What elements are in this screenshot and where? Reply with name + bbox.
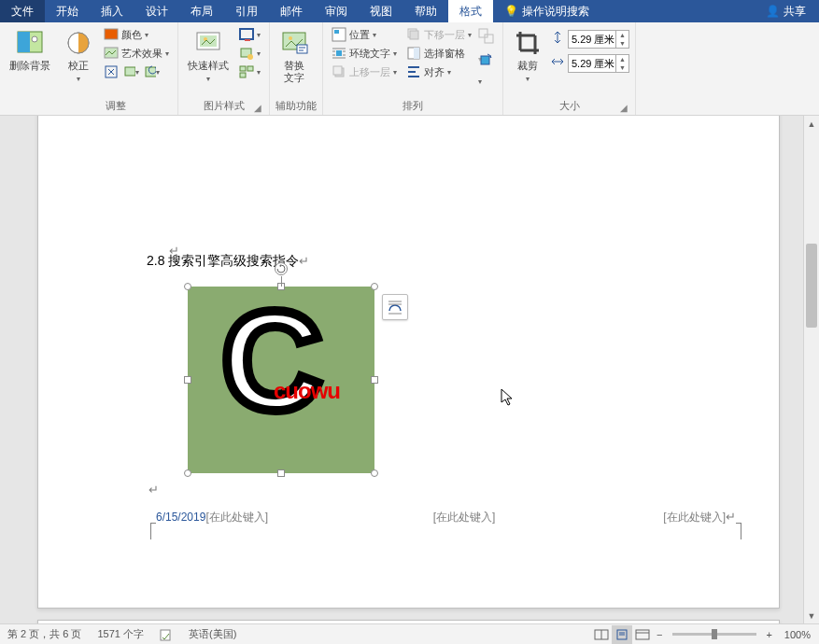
document-area[interactable]: ↵ 2.8 搜索引擎高级搜索指令↵ ↵ C cuowu	[0, 116, 803, 623]
width-spin-up[interactable]: ▲	[616, 55, 628, 63]
picture-layout-button[interactable]: ▾	[236, 63, 263, 80]
tab-file[interactable]: 文件	[0, 0, 45, 22]
footer-placeholder-right[interactable]: [在此处键入]	[663, 511, 726, 524]
width-input[interactable]: 5.29 厘米▲▼	[568, 54, 629, 73]
svg-rect-13	[240, 29, 253, 39]
bring-forward-button[interactable]: 上移一层 ▾	[329, 63, 400, 80]
accessibility-group-label: 辅助功能	[275, 99, 317, 115]
selection-pane-icon	[406, 46, 421, 61]
status-page[interactable]: 第 2 页，共 6 页	[0, 627, 90, 641]
view-print-layout[interactable]	[612, 625, 632, 644]
color-button[interactable]: 颜色 ▾	[101, 26, 172, 43]
selection-pane-button[interactable]: 选择窗格	[403, 45, 474, 62]
svg-rect-11	[200, 35, 217, 47]
group-button[interactable]: ▾	[478, 28, 497, 47]
svg-rect-8	[125, 67, 135, 76]
svg-rect-33	[485, 35, 493, 43]
share-button[interactable]: 👤共享	[753, 4, 819, 20]
artistic-effects-button[interactable]: 艺术效果 ▾	[101, 45, 172, 62]
zoom-slider[interactable]	[672, 633, 756, 636]
svg-rect-22	[297, 45, 307, 53]
position-button[interactable]: 位置 ▾	[329, 26, 400, 43]
wrap-text-button[interactable]: 环绕文字 ▾	[329, 45, 400, 62]
tab-help[interactable]: 帮助	[403, 0, 448, 22]
svg-rect-31	[414, 48, 419, 59]
logo-text: cuowu	[274, 378, 340, 404]
crop-button[interactable]: 裁剪▾	[509, 26, 546, 86]
scroll-up-button[interactable]: ▲	[804, 116, 819, 132]
tab-review[interactable]: 审阅	[314, 0, 359, 22]
svg-rect-14	[245, 39, 250, 41]
resize-handle-ne[interactable]	[371, 283, 378, 290]
svg-point-21	[289, 36, 292, 40]
footer-placeholder-center[interactable]: [在此处键入]	[433, 510, 496, 525]
tab-tell-me[interactable]: 💡操作说明搜索	[493, 0, 600, 22]
svg-rect-32	[479, 29, 487, 37]
tab-design[interactable]: 设计	[134, 0, 179, 22]
zoom-level[interactable]: 100%	[777, 629, 819, 640]
vertical-scrollbar[interactable]: ▲ ▼	[803, 116, 819, 623]
tab-view[interactable]: 视图	[359, 0, 403, 22]
picture-styles-launcher[interactable]: ◢	[254, 103, 261, 113]
picture-styles-group-label: 图片样式◢	[184, 99, 263, 115]
resize-handle-s[interactable]	[277, 469, 285, 477]
artistic-icon	[104, 46, 119, 61]
size-group-label: 大小◢	[509, 99, 629, 115]
size-launcher[interactable]: ◢	[620, 103, 628, 113]
resize-handle-nw[interactable]	[184, 283, 191, 290]
corrections-button[interactable]: 校正▾	[60, 26, 97, 86]
tab-format[interactable]: 格式	[448, 0, 493, 22]
svg-rect-17	[240, 66, 246, 71]
page-1: ↵ 2.8 搜索引擎高级搜索指令↵ ↵ C cuowu	[37, 116, 780, 609]
send-backward-button[interactable]: 下移一层 ▾	[403, 26, 474, 43]
rotate-handle[interactable]	[275, 262, 288, 275]
change-picture-icon[interactable]: ▾	[124, 64, 139, 79]
tab-home[interactable]: 开始	[45, 0, 90, 22]
share-icon: 👤	[766, 5, 780, 18]
layout-options-button[interactable]	[382, 294, 408, 320]
quick-styles-button[interactable]: 快速样式▾	[184, 26, 233, 86]
resize-handle-se[interactable]	[371, 469, 378, 477]
zoom-out-button[interactable]: −	[653, 629, 667, 640]
footer-placeholder-left[interactable]: [在此处键入]	[205, 511, 268, 524]
page-footer: 6/15/2019[在此处键入] [在此处键入] [在此处键入]↵	[150, 515, 741, 543]
status-language[interactable]: 英语(美国)	[181, 627, 245, 641]
width-spin-down[interactable]: ▼	[616, 63, 628, 72]
zoom-slider-thumb[interactable]	[712, 629, 717, 639]
tab-mailings[interactable]: 邮件	[269, 0, 314, 22]
resize-handle-e[interactable]	[371, 376, 378, 384]
send-backward-icon	[406, 27, 421, 42]
picture-layout-icon	[239, 64, 254, 79]
view-read-mode[interactable]	[591, 625, 612, 644]
tab-insert[interactable]: 插入	[90, 0, 134, 22]
height-spin-down[interactable]: ▼	[616, 39, 628, 48]
remove-background-button[interactable]: 删除背景	[6, 26, 54, 74]
position-icon	[332, 27, 346, 42]
status-proofing[interactable]	[152, 628, 181, 641]
svg-rect-19	[240, 73, 246, 77]
picture-border-button[interactable]: ▾	[236, 26, 263, 43]
resize-handle-sw[interactable]	[184, 469, 191, 477]
selected-picture[interactable]: C cuowu	[188, 287, 374, 473]
reset-picture-icon[interactable]: ▾	[145, 64, 160, 79]
quick-styles-icon	[193, 28, 223, 58]
scroll-thumb[interactable]	[806, 244, 817, 328]
height-input[interactable]: 5.29 厘米▲▼	[568, 30, 629, 49]
height-icon	[550, 30, 565, 49]
align-button[interactable]: 对齐 ▾	[403, 63, 474, 80]
paragraph-mark: ↵	[148, 483, 159, 497]
lightbulb-icon: 💡	[504, 5, 518, 18]
alt-text-button[interactable]: 替换文字	[275, 26, 313, 86]
picture-effects-button[interactable]: ▾	[236, 45, 263, 62]
tab-references[interactable]: 引用	[224, 0, 269, 22]
compress-picture-icon[interactable]	[104, 64, 119, 79]
zoom-in-button[interactable]: +	[762, 629, 776, 640]
picture-content: C cuowu	[188, 287, 374, 473]
tab-layout[interactable]: 布局	[179, 0, 224, 22]
status-word-count[interactable]: 1571 个字	[90, 627, 152, 641]
view-web-layout[interactable]	[632, 625, 653, 644]
resize-handle-w[interactable]	[184, 376, 191, 384]
height-spin-up[interactable]: ▲	[616, 31, 628, 39]
layout-options-icon	[386, 298, 404, 316]
scroll-down-button[interactable]: ▼	[804, 608, 819, 623]
